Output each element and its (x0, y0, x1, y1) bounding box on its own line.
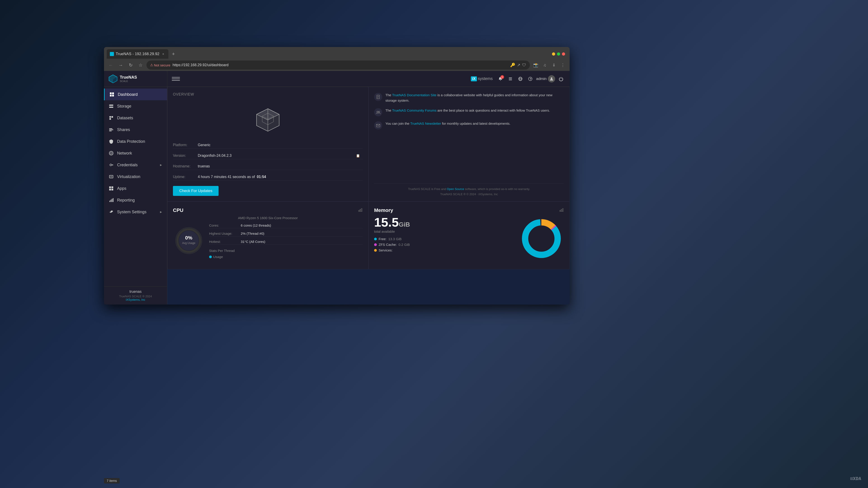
sidebar-item-label: Network (117, 151, 162, 156)
truenas-cube-logo (254, 106, 281, 133)
sidebar-item-datasets[interactable]: Datasets (104, 112, 167, 124)
check-for-updates-button[interactable]: Check For Updates (173, 186, 219, 196)
sidebar-item-label: Reporting (117, 198, 162, 203)
download-icon[interactable]: ⇓ (550, 61, 558, 69)
sidebar-item-shares[interactable]: Shares (104, 124, 167, 135)
address-bar[interactable]: ⚠ Not secure https://192.168.29.92/ui/da… (147, 61, 530, 70)
svg-rect-29 (112, 189, 113, 191)
svg-rect-31 (111, 200, 111, 202)
notification-badge: 1 (500, 75, 504, 79)
svg-rect-14 (110, 118, 111, 120)
open-source-link[interactable]: Open Source (447, 187, 464, 191)
memory-legend: Free: 13.3 GiB ZFS Cache: 0.2 GiB (374, 237, 514, 252)
svg-rect-28 (109, 189, 111, 191)
browser-tabs: TrueNAS - 192.168.29.92 × + (104, 47, 569, 59)
nav-forward-button[interactable]: → (117, 61, 125, 69)
share-icon[interactable]: ↗ (517, 63, 520, 68)
logo-scale-text: SCALE (120, 80, 137, 83)
highest-usage-label: Highest Usage: (209, 232, 241, 235)
sidebar-item-data-protection[interactable]: Data Protection (104, 135, 167, 147)
svg-rect-12 (110, 116, 111, 118)
systems-text: systems (478, 76, 493, 81)
sidebar-item-label: Datasets (117, 116, 162, 121)
sidebar-item-system-settings[interactable]: System Settings ► (104, 206, 167, 218)
admin-avatar (548, 75, 555, 83)
svg-rect-73 (562, 208, 563, 212)
community-forums-link[interactable]: TrueNAS Community Forums (392, 108, 436, 112)
hottest-stat: Hottest: 31°C (All Cores) (209, 239, 363, 245)
svg-rect-25 (110, 176, 112, 177)
sidebar-item-dashboard[interactable]: Dashboard (104, 89, 167, 100)
tasks-button[interactable] (506, 75, 515, 83)
power-button[interactable] (557, 75, 565, 83)
sidebar-footer: truenas TrueNAS SCALE ® 2024 iXSystems, … (104, 286, 167, 304)
hottest-label: Hottest: (209, 240, 241, 243)
help-opensource-note: TrueNAS SCALE is Free and Open Source so… (374, 187, 564, 191)
memory-total-value: 15.5GiB (374, 216, 514, 229)
music-icon[interactable]: ♫ (541, 61, 549, 69)
sidebar-item-reporting[interactable]: Reporting (104, 194, 167, 206)
svg-rect-26 (109, 186, 111, 188)
sidebar-item-label: Shares (117, 127, 162, 132)
truenas-app: TrueNAS SCALE Dashboard Storage (104, 71, 569, 304)
window-minimize-button[interactable] (552, 53, 555, 56)
nav-refresh-button[interactable]: ↻ (127, 61, 135, 69)
browser-menu-icon[interactable]: ⋮ (559, 61, 567, 69)
usage-legend-label: Usage (213, 255, 223, 259)
new-tab-button[interactable]: + (169, 50, 178, 58)
browser-tab-active[interactable]: TrueNAS - 192.168.29.92 × (107, 49, 168, 59)
docs-site-link[interactable]: TrueNAS Documentation Site (392, 93, 436, 97)
password-icon[interactable]: 🔑 (510, 63, 515, 68)
sidebar-hostname: truenas (108, 290, 162, 294)
security-icon: ⚠ (150, 63, 153, 67)
memory-chart-icon[interactable] (559, 207, 564, 213)
help-docs-text: The TrueNAS Documentation Site is a coll… (385, 92, 564, 103)
nav-bookmark-button[interactable]: ☆ (136, 61, 145, 69)
credentials-expand-arrow: ► (159, 163, 162, 167)
svg-text:Avg Usage: Avg Usage (182, 241, 195, 245)
cpu-title: CPU (173, 207, 183, 213)
newsletter-link[interactable]: TrueNAS Newsletter (410, 122, 441, 125)
sidebar-item-virtualization[interactable]: Virtualization (104, 171, 167, 183)
memory-info: 15.5GiB total available Free: 13.3 GiB (374, 216, 514, 252)
alert-notifications-button[interactable]: 1 (496, 75, 504, 83)
sidebar-item-storage[interactable]: Storage (104, 100, 167, 112)
platform-value: Generic (198, 143, 356, 147)
sidebar-item-label: Dashboard (118, 92, 162, 97)
memory-zfs-dot (374, 243, 377, 246)
storage-icon (108, 103, 114, 109)
nav-back-button[interactable]: ← (107, 61, 115, 69)
svg-rect-32 (112, 199, 112, 202)
sidebar-item-credentials[interactable]: Credentials ► (104, 159, 167, 171)
cores-stat: Cores: 6 cores (12 threads) (209, 223, 363, 228)
admin-user-menu[interactable]: admin (536, 75, 555, 83)
security-label: Not secure (154, 63, 170, 67)
svg-rect-6 (110, 95, 112, 96)
hamburger-line-2 (172, 78, 180, 79)
xda-watermark: ⊡XDA (850, 476, 861, 481)
sidebar-item-network[interactable]: Network (104, 147, 167, 159)
platform-label: Platform: (173, 143, 198, 147)
svg-rect-17 (109, 131, 112, 131)
status-items: 7 items (107, 479, 117, 483)
cpu-gauge-chart: 0% Avg Usage (173, 225, 205, 256)
svg-point-10 (112, 105, 113, 105)
sidebar-item-apps[interactable]: Apps (104, 183, 167, 194)
copy-icon[interactable]: 📋 (356, 154, 363, 158)
svg-rect-16 (109, 129, 113, 130)
memory-donut-chart (519, 216, 564, 261)
brave-shield-icon[interactable]: 🛡 (522, 63, 526, 68)
memory-title: Memory (374, 207, 393, 213)
extensions-icon[interactable]: 📸 (532, 61, 540, 69)
sidebar-ixsystems-link[interactable]: iXSystems, Inc (108, 298, 162, 301)
window-maximize-button[interactable] (557, 53, 560, 56)
window-close-button[interactable] (562, 53, 565, 56)
help-community-text: The TrueNAS Community Forums are the bes… (385, 108, 550, 113)
help-button[interactable]: ? (526, 75, 534, 83)
tab-close-button[interactable]: × (161, 52, 165, 56)
help-newsletter-text: You can join the TrueNAS Newsletter for … (385, 121, 510, 126)
directory-services-button[interactable] (516, 75, 524, 83)
apps-icon (108, 186, 114, 191)
cpu-chart-icon[interactable] (358, 207, 363, 213)
hamburger-menu-button[interactable] (172, 75, 180, 83)
